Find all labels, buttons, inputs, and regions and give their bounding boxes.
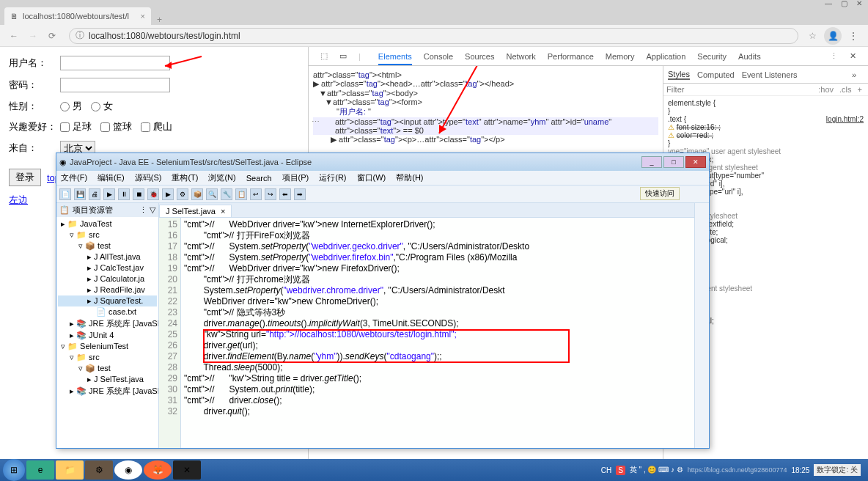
styles-tab[interactable]: Event Listeners [742,70,798,79]
devtools-menu-icon[interactable]: ⋮ [830,51,838,61]
climb-checkbox[interactable] [141,122,150,132]
code-line[interactable]: "cmt">// 打开chrome浏览器 [184,274,691,285]
element-node[interactable]: ▶ attr">class="tag"><p>…attr">class="tag… [313,135,658,144]
tree-item[interactable]: ▿ 📁 src [58,230,157,240]
inspect-icon[interactable]: ⬚ [320,51,328,61]
tree-item[interactable]: 📄 case.txt [58,306,157,317]
element-node[interactable]: ▼attr">class="tag"><body> [313,89,658,98]
code-editor[interactable]: 151617181920212223242526272829303132 "cm… [159,218,694,448]
tree-item[interactable]: ▸ J ReadFile.jav [58,284,157,295]
basketball-checkbox[interactable] [100,122,110,132]
star-icon[interactable]: ☆ [809,31,817,41]
tab-close-icon[interactable]: × [221,207,225,216]
profile-icon[interactable]: 👤 [824,27,842,45]
menu-item[interactable]: 重构(T) [172,172,198,183]
devtools-close-icon[interactable]: ✕ [850,51,856,61]
menu-item[interactable]: Search [246,174,272,183]
tree-item[interactable]: ▿ 📁 SeleniumTest [58,341,157,352]
element-node[interactable]: ▼attr">class="tag"><form> [313,98,658,106]
toolbar-button[interactable]: 💾 [74,188,86,200]
gender-male-radio[interactable] [60,102,70,111]
cls-toggle[interactable]: .cls [839,85,852,94]
devtools-tab-memory[interactable]: Memory [606,52,635,61]
toolbar-button[interactable]: ↩ [250,188,262,200]
toolbar-button[interactable]: 📋 [235,188,247,200]
reload-button[interactable]: ⟳ [44,28,60,44]
tree-item[interactable]: ▿ 📁 src [58,352,157,363]
browser-tab[interactable]: 🗎 localhost:1080/webtours/test/l × [4,7,151,25]
back-button[interactable]: ← [6,28,22,44]
url-input[interactable]: ⓘ localhost:1080/webtours/test/login.htm… [69,28,798,44]
element-node[interactable]: "用户名: " [313,106,658,117]
tree-item[interactable]: ▸ J AllTest.java [58,251,157,262]
devtools-tab-elements[interactable]: Elements [378,52,412,65]
tree-item[interactable]: ▿ 📦 test [58,240,157,251]
styles-tab[interactable]: Computed [697,70,735,79]
css-rule[interactable]: ⚠ color=red: ; [668,131,864,139]
tree-item[interactable]: ▸ J SquareTest. [58,295,157,306]
more-icon[interactable]: » [852,70,856,79]
menu-item[interactable]: 项目(P) [282,172,309,183]
devtools-tab-console[interactable]: Console [424,52,453,61]
code-line[interactable]: "cmt">// System.setProperty("webdriver.f… [184,252,691,263]
hov-toggle[interactable]: :hov [818,85,834,94]
tree-item[interactable]: ▸ J Calculator.ja [58,273,157,284]
code-line[interactable]: "cmt">// 隐式等待3秒 [184,307,691,318]
toolbar-button[interactable]: 🐞 [147,188,159,200]
menu-item[interactable]: 源码(S) [135,172,162,183]
menu-item[interactable]: 帮助(H) [396,172,423,183]
code-line[interactable]: "cmt">// 打开FireFox浏览器 [184,230,691,241]
devtools-tab-performance[interactable]: Performance [548,52,594,61]
tree-item[interactable]: ▸ 📚 JRE 系统库 [JavaSE [58,385,157,397]
code-line[interactable]: System.setProperty("webdriver.chrome.dri… [184,285,691,296]
tree-item[interactable]: ▿ 📦 test [58,363,157,374]
toolbar-button[interactable]: ▶ [162,188,174,200]
tree-item[interactable]: ▸ J CalcTest.jav [58,262,157,273]
eclipse-maximize-button[interactable]: □ [663,156,684,168]
toolbar-button[interactable]: ⏹ [133,188,144,200]
eclipse-minimize-button[interactable]: _ [641,156,662,168]
tab-close-icon[interactable]: × [141,12,145,21]
forward-button[interactable]: → [25,28,41,44]
password-input[interactable] [60,78,170,92]
football-checkbox[interactable] [60,122,70,132]
tree-item[interactable]: ▸ 📚 JUnit 4 [58,330,157,341]
tree-item[interactable]: ▸ J SelTest.java [58,374,157,385]
tree-item[interactable]: ▸ 📚 JRE 系统库 [JavaSE [58,317,157,330]
code-line[interactable]: "cmt">// System.setProperty("webdriver.g… [184,241,691,252]
explorer-menu-icon[interactable]: ⋮ ▽ [139,205,155,215]
quick-access[interactable]: 快速访问 [640,187,680,200]
device-icon[interactable]: ▭ [339,51,347,61]
code-line[interactable]: "cmt">// System.out.print(title); [184,384,691,395]
toolbar-button[interactable]: 📄 [59,188,71,200]
menu-item[interactable]: 窗口(W) [357,172,386,183]
menu-item[interactable]: 编辑(E) [98,172,125,183]
login-button[interactable]: 登录 [9,169,41,186]
left-link[interactable]: 左边 [9,194,28,207]
close-icon[interactable]: ✕ [856,0,862,7]
styles-filter-input[interactable] [666,85,815,94]
maximize-icon[interactable]: ▢ [841,0,847,7]
css-rule[interactable]: } [668,139,864,147]
code-line[interactable]: "cmt">// WebDriver driver="kw">new Inter… [184,219,691,230]
toolbar-button[interactable]: 📦 [191,188,203,200]
css-rule[interactable]: .text { login.html:2 [668,115,864,123]
eclipse-titlebar[interactable]: ◉ JavaProject - Java EE - SeleniumTest/s… [56,153,709,171]
code-line[interactable]: "cmt">// "kw">String title = driver.getT… [184,373,691,384]
code-line[interactable]: Thread.sleep(5000); [184,362,691,373]
toolbar-button[interactable]: ⏸ [118,188,130,200]
code-line[interactable]: "cmt">// WebDriver driver="kw">new Firef… [184,263,691,274]
menu-item[interactable]: 浏览(N) [208,172,235,183]
toolbar-button[interactable]: 🔍 [206,188,218,200]
toolbar-button[interactable]: 🖨 [89,188,100,200]
code-line[interactable]: driver.quit(); [184,406,691,417]
project-explorer[interactable]: 📋 项目资源管 ⋮ ▽ ▸ 📁 JavaTest▿ 📁 src▿ 📦 test▸… [56,203,159,448]
toolbar-button[interactable]: 🔧 [221,188,232,200]
new-tab-icon[interactable]: + [157,15,162,25]
toolbar-button[interactable]: ↪ [265,188,276,200]
editor-tab[interactable]: J SelTest.java × [159,205,232,217]
menu-item[interactable]: 文件(F) [61,172,87,183]
tree-item[interactable]: ▸ 📁 JavaTest [58,219,157,230]
eclipse-close-button[interactable]: ✕ [685,156,706,168]
add-rule-icon[interactable]: + [858,85,862,94]
